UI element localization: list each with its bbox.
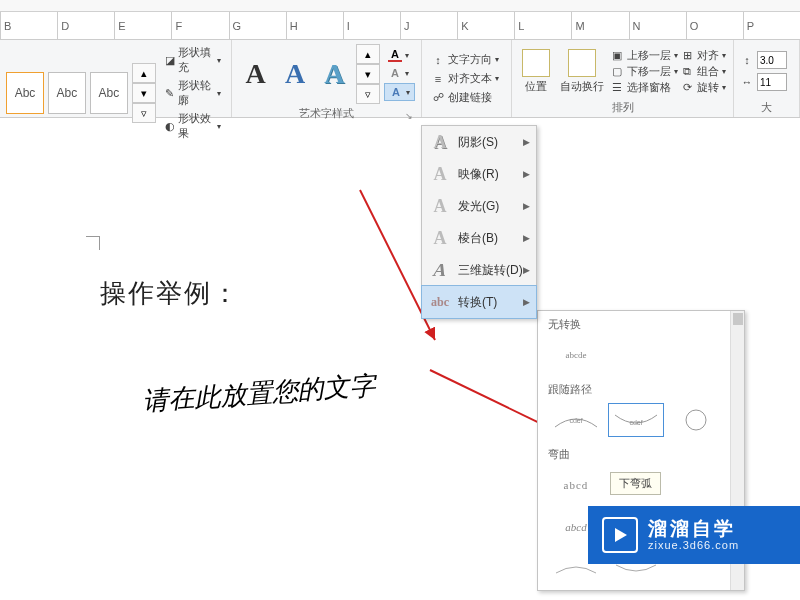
ruler-cell: O <box>686 12 743 39</box>
group-label: 艺术字样式↘ <box>238 104 415 123</box>
transform-path-option[interactable]: cdef <box>608 403 664 437</box>
group-label: 排列 <box>518 98 727 117</box>
submenu-arrow-icon: ▶ <box>523 297 530 307</box>
align-icon: ⊞ <box>680 48 694 62</box>
transform-path-option[interactable]: cdef <box>548 403 604 437</box>
text-effects-button[interactable]: A▾ <box>384 83 415 101</box>
text-fill-icon: A <box>388 48 402 62</box>
text-direction-icon: ↕ <box>431 53 445 67</box>
text-outline-icon: A <box>388 66 402 80</box>
glow-a-icon: A <box>430 196 450 216</box>
wrap-icon <box>568 49 596 77</box>
ruler-cell: F <box>171 12 228 39</box>
document-heading-text[interactable]: 操作举例： <box>100 276 240 311</box>
width-input[interactable] <box>757 73 787 91</box>
wrap-text-button[interactable]: 自动换行 <box>556 47 608 96</box>
align-text-button[interactable]: ≡对齐文本▾ <box>428 70 502 87</box>
gallery-more-button[interactable]: ▿ <box>132 103 156 123</box>
group-label <box>428 113 505 117</box>
ruler-cell: P <box>743 12 800 39</box>
rotation-a-icon: A <box>427 260 452 280</box>
shape-outline-button[interactable]: ✎形状轮廓▾ <box>160 77 225 109</box>
wordart-placeholder-text[interactable]: 请在此放置您的文字 <box>141 368 377 419</box>
gallery-prev-button[interactable]: ▴ <box>356 44 380 64</box>
submenu-arrow-icon: ▶ <box>523 137 530 147</box>
group-label: 大 <box>740 98 793 117</box>
gallery-next-button[interactable]: ▾ <box>356 64 380 84</box>
ruler-cell: B <box>0 12 57 39</box>
shape-style-preset[interactable]: Abc <box>48 72 86 114</box>
submenu-arrow-icon: ▶ <box>523 201 530 211</box>
selection-pane-button[interactable]: ☰选择窗格 <box>610 80 678 95</box>
ribbon: Abc Abc Abc ▴ ▾ ▿ ◪形状填充▾ ✎形状轮廓▾ ◐形状效果▾ 形… <box>0 40 800 118</box>
ruler-cell: G <box>229 12 286 39</box>
svg-text:cdef: cdef <box>569 417 582 424</box>
width-icon: ↔ <box>740 75 754 89</box>
menu-item-glow[interactable]: A发光(G)▶ <box>422 190 536 222</box>
text-effects-menu: A阴影(S)▶ A映像(R)▶ A发光(G)▶ A棱台(B)▶ A三维旋转(D)… <box>421 125 537 319</box>
position-button[interactable]: 位置 <box>518 47 554 96</box>
group-button[interactable]: ⧉组合▾ <box>680 64 726 79</box>
text-fill-button[interactable]: A▾ <box>384 47 415 63</box>
gallery-prev-button[interactable]: ▴ <box>132 63 156 83</box>
transform-warp-option[interactable]: abcd <box>548 468 604 502</box>
submenu-arrow-icon: ▶ <box>523 233 530 243</box>
ruler-cell: K <box>457 12 514 39</box>
wordart-preset[interactable]: A <box>238 53 273 95</box>
transform-none-option[interactable]: abcde <box>548 338 604 372</box>
height-input[interactable] <box>757 51 787 69</box>
wordart-preset[interactable]: A <box>277 53 312 95</box>
ruler-cell: J <box>400 12 457 39</box>
menu-item-bevel[interactable]: A棱台(B)▶ <box>422 222 536 254</box>
shadow-a-icon: A <box>430 132 450 152</box>
ruler-cell: E <box>114 12 171 39</box>
gallery-more-button[interactable]: ▿ <box>356 84 380 104</box>
gallery-next-button[interactable]: ▾ <box>132 83 156 103</box>
shape-effects-button[interactable]: ◐形状效果▾ <box>160 110 225 142</box>
position-icon <box>522 49 550 77</box>
page-margin-marker <box>86 236 100 250</box>
menu-item-reflection[interactable]: A映像(R)▶ <box>422 158 536 190</box>
rotate-button[interactable]: ⟳旋转▾ <box>680 80 726 95</box>
ruler-cell: D <box>57 12 114 39</box>
create-link-button[interactable]: ☍创建链接 <box>428 89 502 106</box>
submenu-section-label: 弯曲 <box>538 441 744 464</box>
menu-item-transform[interactable]: abc转换(T)▶ <box>421 285 537 319</box>
link-icon: ☍ <box>431 91 445 105</box>
align-text-icon: ≡ <box>431 72 445 86</box>
shape-style-preset[interactable]: Abc <box>90 72 128 114</box>
menu-item-shadow[interactable]: A阴影(S)▶ <box>422 126 536 158</box>
bring-forward-icon: ▣ <box>610 48 624 62</box>
ruler-cell: N <box>629 12 686 39</box>
ruler-cell: H <box>286 12 343 39</box>
transform-path-option[interactable] <box>668 403 724 437</box>
send-backward-icon: ▢ <box>610 64 624 78</box>
menu-item-3d-rotation[interactable]: A三维旋转(D)▶ <box>422 254 536 286</box>
text-effects-icon: A <box>389 85 403 99</box>
height-icon: ↕ <box>740 53 754 67</box>
bring-forward-button[interactable]: ▣上移一层▾ <box>610 48 678 63</box>
ruler-cell: I <box>343 12 400 39</box>
tooltip: 下弯弧 <box>610 472 661 495</box>
align-button[interactable]: ⊞对齐▾ <box>680 48 726 63</box>
transform-abc-icon: abc <box>430 292 450 312</box>
ruler-cell: L <box>514 12 571 39</box>
bevel-a-icon: A <box>430 228 450 248</box>
dialog-launcher-icon[interactable]: ↘ <box>405 111 413 121</box>
wordart-preset[interactable]: A <box>317 53 352 95</box>
effects-icon: ◐ <box>164 119 175 133</box>
submenu-section-label: 无转换 <box>538 311 744 334</box>
text-outline-button[interactable]: A▾ <box>384 65 415 81</box>
column-ruler: B D E F G H I J K L M N O P <box>0 12 800 40</box>
text-direction-button[interactable]: ↕文字方向▾ <box>428 51 502 68</box>
send-backward-button[interactable]: ▢下移一层▾ <box>610 64 678 79</box>
reflection-a-icon: A <box>430 164 450 184</box>
shape-style-preset[interactable]: Abc <box>6 72 44 114</box>
bucket-icon: ◪ <box>164 53 175 67</box>
submenu-arrow-icon: ▶ <box>523 265 530 275</box>
svg-point-2 <box>686 410 706 430</box>
selection-pane-icon: ☰ <box>610 80 624 94</box>
shape-fill-button[interactable]: ◪形状填充▾ <box>160 44 225 76</box>
watermark-brand: 溜溜自学 <box>648 519 739 540</box>
submenu-arrow-icon: ▶ <box>523 169 530 179</box>
